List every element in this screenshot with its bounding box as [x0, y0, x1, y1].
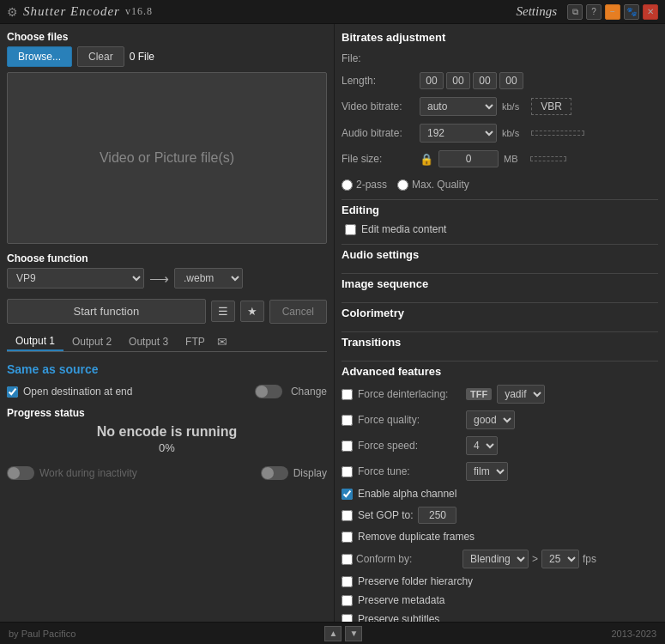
preserve-sub-checkbox[interactable] [342, 614, 353, 623]
window-help-btn[interactable]: ? [586, 4, 602, 20]
fps-select[interactable]: 25 [541, 550, 579, 568]
start-cancel-row: Start function ☰ ★ Cancel [7, 299, 327, 324]
force-speed-checkbox[interactable] [342, 440, 353, 452]
tune-select[interactable]: film [466, 462, 508, 481]
force-tune-checkbox[interactable] [342, 466, 353, 477]
audio-bitrate-label: Audio bitrate: [342, 127, 414, 139]
progress-status-title: Progress status [7, 407, 327, 419]
title-bar: ⚙ Shutter Encoder v16.8 Settings ⧉ ? − 🐾… [0, 0, 665, 24]
file-size-input[interactable] [438, 150, 499, 167]
file-label: File: [342, 52, 414, 64]
enable-alpha-checkbox[interactable] [342, 489, 353, 500]
time-hour[interactable] [420, 72, 444, 89]
two-pass-label[interactable]: 2-pass [342, 179, 387, 191]
preserve-meta-row: Preserve metadata [342, 594, 658, 606]
two-pass-radio[interactable] [342, 179, 353, 191]
time-min[interactable] [446, 72, 470, 89]
audio-settings-title: Audio settings [342, 244, 658, 261]
settings-label: Settings [517, 4, 558, 19]
file-count: 0 File [130, 51, 154, 63]
conform-checkbox[interactable] [342, 554, 353, 565]
main-container: Choose files Browse... Clear 0 File Vide… [0, 24, 665, 622]
enable-alpha-label: Enable alpha channel [358, 488, 456, 500]
time-ms[interactable] [499, 72, 523, 89]
time-sec[interactable] [473, 72, 497, 89]
video-bitrate-row: Video bitrate: auto kb/s VBR [342, 97, 658, 116]
clear-button[interactable]: Clear [77, 46, 124, 67]
preserve-folder-checkbox[interactable] [342, 576, 353, 587]
window-close-btn[interactable]: ✕ [643, 4, 658, 20]
force-deint-checkbox[interactable] [342, 389, 353, 400]
video-bitrate-select[interactable]: auto [420, 97, 497, 116]
tab-output1[interactable]: Output 1 [7, 332, 63, 351]
max-quality-radio[interactable] [397, 179, 408, 191]
years-label: 2013-2023 [611, 629, 656, 639]
output-format-select[interactable]: .webm [174, 268, 243, 289]
transitions-title: Transitions [342, 331, 658, 349]
remove-dup-label: Remove duplicate frames [358, 531, 475, 543]
credit-label: by Paul Pacifico [9, 629, 76, 639]
app-title: Shutter Encoder [23, 4, 120, 19]
email-icon[interactable]: ✉ [217, 335, 227, 349]
force-deint-label: Force deinterlacing: [358, 388, 461, 400]
max-quality-label[interactable]: Max. Quality [397, 179, 469, 191]
preserve-folder-label: Preserve folder hierarchy [358, 575, 473, 587]
yadif-select[interactable]: yadif [497, 385, 545, 404]
no-encode-text: No encode is running [7, 424, 327, 440]
time-inputs [420, 72, 523, 89]
work-toggle[interactable] [7, 466, 34, 480]
video-bitrate-unit: kb/s [502, 101, 519, 112]
tab-output2[interactable]: Output 2 [63, 333, 120, 350]
force-quality-checkbox[interactable] [342, 415, 353, 426]
tab-output3[interactable]: Output 3 [120, 333, 177, 350]
preserve-sub-label: Preserve subtitles [358, 613, 439, 622]
window-copy-btn[interactable]: ⧉ [567, 4, 583, 20]
file-row: File: [342, 52, 658, 64]
start-function-button[interactable]: Start function [7, 299, 206, 324]
work-display-row: Work during inactivity Display [7, 466, 327, 480]
function-select[interactable]: VP9 [7, 268, 144, 289]
choose-function-title: Choose function [7, 252, 327, 264]
progress-pct: 0% [7, 441, 327, 454]
remove-dup-checkbox[interactable] [342, 532, 353, 543]
audio-bitrate-select[interactable]: 192 [420, 124, 497, 143]
file-size-row: File size: 🔒 MB [342, 150, 658, 167]
display-toggle[interactable] [261, 466, 288, 480]
lock-icon[interactable]: 🔒 [420, 153, 433, 166]
editing-title: Editing [342, 199, 658, 216]
set-gop-label: Set GOP to: [358, 509, 413, 521]
nav-up-btn[interactable]: ▲ [324, 626, 342, 641]
edit-media-row: Edit media content [345, 223, 658, 235]
quality-select[interactable]: good [466, 410, 515, 429]
arrow-icon: ⟶ [149, 270, 169, 287]
menu-icon-button[interactable]: ☰ [211, 301, 235, 322]
display-label: Display [293, 467, 327, 479]
cancel-button[interactable]: Cancel [269, 300, 327, 324]
nav-down-btn[interactable]: ▼ [345, 626, 362, 641]
function-row: VP9 ⟶ .webm [7, 268, 327, 289]
star-icon-button[interactable]: ★ [240, 301, 264, 322]
audio-bitrate-row: Audio bitrate: 192 kb/s [342, 124, 658, 143]
remove-dup-row: Remove duplicate frames [342, 531, 658, 543]
open-destination-checkbox[interactable] [7, 386, 18, 398]
gop-input[interactable] [418, 507, 456, 524]
edit-media-checkbox[interactable] [345, 224, 356, 235]
change-toggle[interactable] [255, 385, 282, 398]
window-icon-btn[interactable]: 🐾 [624, 4, 639, 20]
tab-ftp[interactable]: FTP [177, 333, 214, 350]
preserve-meta-checkbox[interactable] [342, 595, 353, 606]
tff-badge: TFF [466, 388, 492, 400]
advanced-title: Advanced features [342, 361, 658, 378]
browse-button[interactable]: Browse... [7, 46, 72, 67]
window-minimize-btn[interactable]: − [605, 4, 620, 20]
image-sequence-title: Image sequence [342, 273, 658, 290]
same-as-source[interactable]: Same as source [7, 362, 327, 376]
quality-options-row: 2-pass Max. Quality [342, 179, 658, 191]
title-bar-left: ⚙ Shutter Encoder v16.8 [7, 4, 153, 19]
work-label: Work during inactivity [39, 467, 137, 479]
length-row: Length: [342, 72, 658, 89]
choose-files-title: Choose files [7, 31, 327, 43]
set-gop-checkbox[interactable] [342, 510, 353, 521]
blending-select[interactable]: Blending [462, 550, 529, 568]
speed-select[interactable]: 4 [466, 436, 498, 455]
